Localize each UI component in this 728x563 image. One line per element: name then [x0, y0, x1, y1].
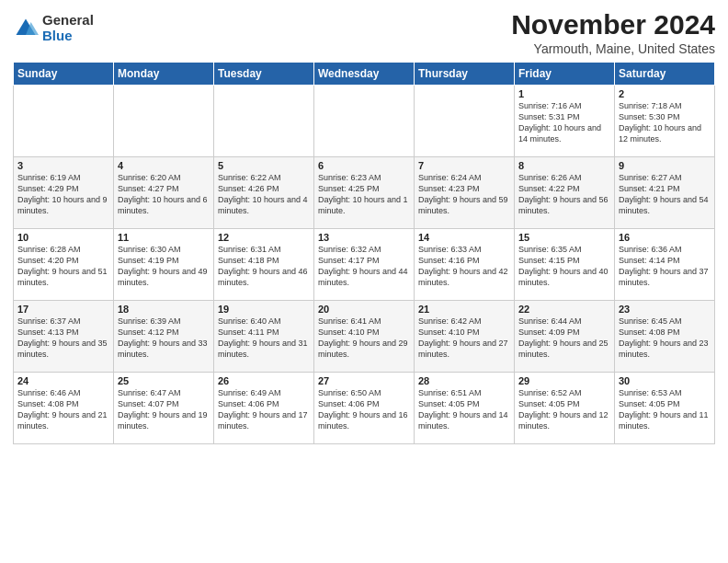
day-number: 26	[218, 375, 310, 386]
day-number: 4	[118, 160, 210, 171]
day-info: Sunrise: 6:23 AM Sunset: 4:25 PM Dayligh…	[318, 172, 410, 217]
day-number: 18	[118, 304, 210, 315]
day-info: Sunrise: 6:41 AM Sunset: 4:10 PM Dayligh…	[318, 316, 410, 361]
calendar-cell-3-0: 17Sunrise: 6:37 AM Sunset: 4:13 PM Dayli…	[14, 301, 114, 373]
day-info: Sunrise: 6:53 AM Sunset: 4:05 PM Dayligh…	[619, 387, 711, 432]
day-number: 16	[619, 232, 711, 243]
calendar-cell-1-3: 6Sunrise: 6:23 AM Sunset: 4:25 PM Daylig…	[314, 157, 415, 229]
week-row-5: 24Sunrise: 6:46 AM Sunset: 4:08 PM Dayli…	[14, 373, 715, 444]
day-number: 9	[619, 160, 711, 171]
calendar-table: Sunday Monday Tuesday Wednesday Thursday…	[13, 62, 715, 444]
day-info: Sunrise: 6:27 AM Sunset: 4:21 PM Dayligh…	[619, 172, 711, 217]
day-number: 1	[518, 88, 610, 99]
col-saturday: Saturday	[615, 63, 715, 86]
calendar-cell-2-5: 15Sunrise: 6:35 AM Sunset: 4:15 PM Dayli…	[515, 229, 615, 301]
col-sunday: Sunday	[14, 63, 114, 86]
logo-icon	[13, 16, 39, 41]
week-row-1: 1Sunrise: 7:16 AM Sunset: 5:31 PM Daylig…	[14, 86, 715, 157]
calendar-cell-3-4: 21Sunrise: 6:42 AM Sunset: 4:10 PM Dayli…	[415, 301, 515, 373]
day-info: Sunrise: 6:42 AM Sunset: 4:10 PM Dayligh…	[418, 316, 510, 361]
day-info: Sunrise: 6:37 AM Sunset: 4:13 PM Dayligh…	[17, 316, 109, 361]
day-number: 23	[619, 304, 711, 315]
calendar-cell-1-6: 9Sunrise: 6:27 AM Sunset: 4:21 PM Daylig…	[615, 157, 715, 229]
day-number: 2	[619, 88, 711, 99]
day-number: 12	[218, 232, 310, 243]
day-number: 6	[318, 160, 410, 171]
day-number: 3	[17, 160, 109, 171]
day-info: Sunrise: 6:51 AM Sunset: 4:05 PM Dayligh…	[418, 387, 510, 432]
day-info: Sunrise: 6:28 AM Sunset: 4:20 PM Dayligh…	[17, 244, 109, 289]
logo-general-text: General	[42, 13, 94, 29]
col-friday: Friday	[515, 63, 615, 86]
calendar-cell-1-2: 5Sunrise: 6:22 AM Sunset: 4:26 PM Daylig…	[214, 157, 314, 229]
calendar-cell-1-4: 7Sunrise: 6:24 AM Sunset: 4:23 PM Daylig…	[415, 157, 515, 229]
day-number: 20	[318, 304, 410, 315]
calendar-cell-4-6: 30Sunrise: 6:53 AM Sunset: 4:05 PM Dayli…	[615, 373, 715, 444]
calendar-cell-2-4: 14Sunrise: 6:33 AM Sunset: 4:16 PM Dayli…	[415, 229, 515, 301]
day-info: Sunrise: 6:46 AM Sunset: 4:08 PM Dayligh…	[17, 387, 109, 432]
day-number: 29	[518, 375, 610, 386]
month-title: November 2024	[511, 9, 715, 40]
title-block: November 2024 Yarmouth, Maine, United St…	[511, 9, 715, 56]
calendar-cell-1-0: 3Sunrise: 6:19 AM Sunset: 4:29 PM Daylig…	[14, 157, 114, 229]
calendar-cell-3-1: 18Sunrise: 6:39 AM Sunset: 4:12 PM Dayli…	[114, 301, 214, 373]
day-info: Sunrise: 6:49 AM Sunset: 4:06 PM Dayligh…	[218, 387, 310, 432]
calendar-cell-2-6: 16Sunrise: 6:36 AM Sunset: 4:14 PM Dayli…	[615, 229, 715, 301]
calendar-cell-4-2: 26Sunrise: 6:49 AM Sunset: 4:06 PM Dayli…	[214, 373, 314, 444]
day-info: Sunrise: 6:36 AM Sunset: 4:14 PM Dayligh…	[619, 244, 711, 289]
calendar-cell-0-4	[415, 86, 515, 157]
calendar-cell-0-6: 2Sunrise: 7:18 AM Sunset: 5:30 PM Daylig…	[615, 86, 715, 157]
week-row-3: 10Sunrise: 6:28 AM Sunset: 4:20 PM Dayli…	[14, 229, 715, 301]
day-info: Sunrise: 6:26 AM Sunset: 4:22 PM Dayligh…	[518, 172, 610, 217]
col-tuesday: Tuesday	[214, 63, 314, 86]
day-number: 14	[418, 232, 510, 243]
day-info: Sunrise: 6:45 AM Sunset: 4:08 PM Dayligh…	[619, 316, 711, 361]
calendar-cell-4-5: 29Sunrise: 6:52 AM Sunset: 4:05 PM Dayli…	[515, 373, 615, 444]
day-number: 28	[418, 375, 510, 386]
day-number: 17	[17, 304, 109, 315]
day-number: 11	[118, 232, 210, 243]
day-info: Sunrise: 6:47 AM Sunset: 4:07 PM Dayligh…	[118, 387, 210, 432]
calendar-cell-0-1	[114, 86, 214, 157]
calendar-cell-4-1: 25Sunrise: 6:47 AM Sunset: 4:07 PM Dayli…	[114, 373, 214, 444]
col-thursday: Thursday	[415, 63, 515, 86]
header: General Blue November 2024 Yarmouth, Mai…	[13, 9, 715, 56]
day-number: 19	[218, 304, 310, 315]
calendar-cell-2-1: 11Sunrise: 6:30 AM Sunset: 4:19 PM Dayli…	[114, 229, 214, 301]
calendar-cell-2-3: 13Sunrise: 6:32 AM Sunset: 4:17 PM Dayli…	[314, 229, 415, 301]
day-info: Sunrise: 6:20 AM Sunset: 4:27 PM Dayligh…	[118, 172, 210, 217]
day-number: 5	[218, 160, 310, 171]
day-info: Sunrise: 6:32 AM Sunset: 4:17 PM Dayligh…	[318, 244, 410, 289]
calendar-header-row: Sunday Monday Tuesday Wednesday Thursday…	[14, 63, 715, 86]
day-number: 10	[17, 232, 109, 243]
day-info: Sunrise: 6:50 AM Sunset: 4:06 PM Dayligh…	[318, 387, 410, 432]
day-info: Sunrise: 6:19 AM Sunset: 4:29 PM Dayligh…	[17, 172, 109, 217]
calendar-cell-3-3: 20Sunrise: 6:41 AM Sunset: 4:10 PM Dayli…	[314, 301, 415, 373]
calendar-cell-3-6: 23Sunrise: 6:45 AM Sunset: 4:08 PM Dayli…	[615, 301, 715, 373]
location: Yarmouth, Maine, United States	[511, 41, 715, 56]
calendar-cell-1-1: 4Sunrise: 6:20 AM Sunset: 4:27 PM Daylig…	[114, 157, 214, 229]
day-info: Sunrise: 6:35 AM Sunset: 4:15 PM Dayligh…	[518, 244, 610, 289]
calendar-cell-4-4: 28Sunrise: 6:51 AM Sunset: 4:05 PM Dayli…	[415, 373, 515, 444]
day-number: 7	[418, 160, 510, 171]
calendar-cell-0-5: 1Sunrise: 7:16 AM Sunset: 5:31 PM Daylig…	[515, 86, 615, 157]
day-number: 24	[17, 375, 109, 386]
calendar-cell-4-0: 24Sunrise: 6:46 AM Sunset: 4:08 PM Dayli…	[14, 373, 114, 444]
day-info: Sunrise: 6:24 AM Sunset: 4:23 PM Dayligh…	[418, 172, 510, 217]
day-info: Sunrise: 6:52 AM Sunset: 4:05 PM Dayligh…	[518, 387, 610, 432]
calendar-cell-2-2: 12Sunrise: 6:31 AM Sunset: 4:18 PM Dayli…	[214, 229, 314, 301]
week-row-2: 3Sunrise: 6:19 AM Sunset: 4:29 PM Daylig…	[14, 157, 715, 229]
day-number: 30	[619, 375, 711, 386]
day-info: Sunrise: 7:16 AM Sunset: 5:31 PM Dayligh…	[518, 100, 610, 145]
logo-text: General Blue	[42, 13, 94, 43]
day-info: Sunrise: 6:31 AM Sunset: 4:18 PM Dayligh…	[218, 244, 310, 289]
day-number: 8	[518, 160, 610, 171]
col-monday: Monday	[114, 63, 214, 86]
calendar-cell-4-3: 27Sunrise: 6:50 AM Sunset: 4:06 PM Dayli…	[314, 373, 415, 444]
day-info: Sunrise: 6:40 AM Sunset: 4:11 PM Dayligh…	[218, 316, 310, 361]
day-number: 21	[418, 304, 510, 315]
page-container: General Blue November 2024 Yarmouth, Mai…	[0, 0, 728, 563]
week-row-4: 17Sunrise: 6:37 AM Sunset: 4:13 PM Dayli…	[14, 301, 715, 373]
calendar-cell-3-2: 19Sunrise: 6:40 AM Sunset: 4:11 PM Dayli…	[214, 301, 314, 373]
day-info: Sunrise: 6:30 AM Sunset: 4:19 PM Dayligh…	[118, 244, 210, 289]
